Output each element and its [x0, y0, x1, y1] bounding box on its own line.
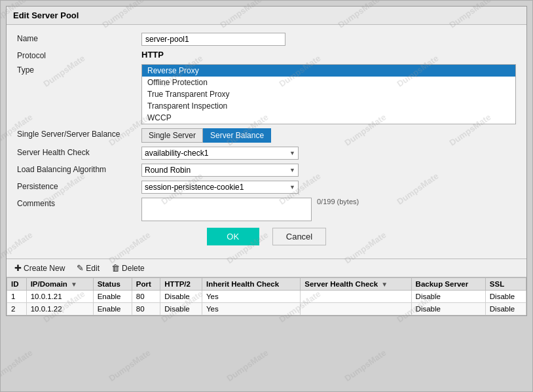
lb-algorithm-label: Load Balancing Algorithm [17, 164, 141, 174]
type-row: Type Reverse Proxy Offline Protection Tr… [17, 64, 516, 124]
lb-algorithm-select[interactable]: Round Robin [141, 164, 299, 177]
type-option-wccp[interactable]: WCCP [142, 112, 515, 124]
server-balance-row: Single Server/Server Balance Single Serv… [17, 128, 516, 143]
ok-button[interactable]: OK [207, 228, 259, 245]
comments-label: Comments [17, 198, 141, 208]
filter-icon-health[interactable]: ▼ [381, 281, 388, 288]
filter-icon-ip[interactable]: ▼ [71, 281, 77, 288]
protocol-value: HTTP [141, 48, 164, 60]
server-balance-button[interactable]: Server Balance [203, 128, 271, 143]
edit-icon: ✎ [77, 263, 84, 273]
type-label: Type [17, 64, 141, 75]
cancel-button[interactable]: Cancel [272, 228, 326, 245]
button-row: OK Cancel [17, 228, 516, 245]
col-header-http2: HTTP/2 [160, 278, 202, 291]
comments-control: 0/199 (bytes) [141, 198, 516, 221]
persistence-control: session-persistence-cookie1 [141, 181, 516, 194]
name-control [141, 33, 516, 46]
lb-algorithm-select-wrap: Round Robin [141, 164, 299, 177]
health-check-select[interactable]: availability-check1 [141, 147, 299, 160]
table-header-row: ID IP/Domain ▼ Status Port HTTP/2 Inheri… [7, 278, 526, 291]
protocol-row: Protocol HTTP [17, 50, 516, 60]
table-row[interactable]: 110.0.1.21Enable80DisableYesDisableDisab… [7, 291, 526, 303]
type-option-true-transparent-proxy[interactable]: True Transparent Proxy [142, 88, 515, 100]
col-header-status: Status [93, 278, 132, 291]
server-balance-toggle: Single Server Server Balance [141, 128, 516, 143]
col-header-port: Port [132, 278, 160, 291]
delete-label: Delete [122, 264, 145, 273]
type-dropdown[interactable]: Reverse Proxy Offline Protection True Tr… [141, 64, 516, 124]
edit-label: Edit [86, 264, 100, 273]
comments-row: Comments 0/199 (bytes) [17, 198, 516, 221]
col-header-inherit: Inherit Health Check [202, 278, 300, 291]
type-option-reverse-proxy[interactable]: Reverse Proxy [142, 65, 515, 77]
server-table: ID IP/Domain ▼ Status Port HTTP/2 Inheri… [7, 277, 526, 315]
create-new-label: Create New [24, 264, 65, 273]
health-check-row: Server Health Check availability-check1 [17, 147, 516, 160]
protocol-control: HTTP [141, 50, 516, 60]
type-control: Reverse Proxy Offline Protection True Tr… [141, 64, 516, 124]
toolbar-row: ✚ Create New ✎ Edit 🗑 Delete [7, 258, 526, 277]
table-row[interactable]: 210.0.1.22Enable80DisableYesDisableDisab… [7, 303, 526, 315]
delete-button[interactable]: 🗑 Delete [109, 262, 147, 274]
col-header-ip: IP/Domain ▼ [26, 278, 93, 291]
type-option-offline-protection[interactable]: Offline Protection [142, 77, 515, 88]
health-check-label: Server Health Check [17, 147, 141, 157]
col-header-id: ID [7, 278, 27, 291]
table-container: ID IP/Domain ▼ Status Port HTTP/2 Inheri… [7, 277, 526, 315]
persistence-label: Persistence [17, 181, 141, 191]
server-balance-label: Single Server/Server Balance [17, 128, 141, 139]
dialog-title: Edit Server Pool [7, 7, 526, 25]
name-input[interactable] [141, 33, 285, 46]
lb-algorithm-control: Round Robin [141, 164, 516, 177]
col-header-backup: Backup Server [411, 278, 485, 291]
dialog-body: Name Protocol HTTP Type Reverse Proxy O [7, 25, 526, 258]
health-check-select-wrap: availability-check1 [141, 147, 299, 160]
single-server-button[interactable]: Single Server [141, 128, 203, 143]
table-body: 110.0.1.21Enable80DisableYesDisableDisab… [7, 291, 526, 315]
edit-button[interactable]: ✎ Edit [74, 262, 102, 274]
persistence-row: Persistence session-persistence-cookie1 [17, 181, 516, 194]
server-balance-control: Single Server Server Balance [141, 128, 516, 143]
delete-icon: 🗑 [111, 263, 120, 273]
main-container: DumpsMate DumpsMate DumpsMate DumpsMate … [0, 0, 533, 392]
create-new-button[interactable]: ✚ Create New [12, 262, 67, 274]
lb-algorithm-row: Load Balancing Algorithm Round Robin [17, 164, 516, 177]
plus-icon: ✚ [14, 263, 22, 273]
protocol-label: Protocol [17, 50, 141, 60]
col-header-health: Server Health Check ▼ [301, 278, 411, 291]
name-row: Name [17, 33, 516, 46]
health-check-control: availability-check1 [141, 147, 516, 160]
persistence-select[interactable]: session-persistence-cookie1 [141, 181, 299, 194]
type-option-transparent-inspection[interactable]: Transparent Inspection [142, 100, 515, 112]
bytes-label: 0/199 (bytes) [317, 198, 359, 205]
comments-textarea[interactable] [141, 198, 312, 221]
dialog-box: Edit Server Pool Name Protocol HTTP Type [6, 6, 527, 316]
name-label: Name [17, 33, 141, 43]
persistence-select-wrap: session-persistence-cookie1 [141, 181, 299, 194]
col-header-ssl: SSL [485, 278, 526, 291]
